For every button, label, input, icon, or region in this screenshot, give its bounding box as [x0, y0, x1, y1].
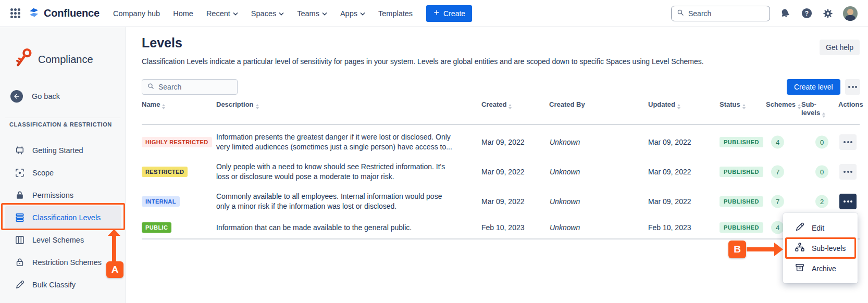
topbar-nav-spaces[interactable]: Spaces [251, 9, 284, 18]
schemes-count: 4 [771, 221, 784, 234]
column-label: Name [142, 100, 160, 108]
status-badge: PUBLISHED [720, 137, 763, 147]
menu-item-archive[interactable]: Archive [783, 258, 858, 279]
level-name-badge: INTERNAL [142, 196, 180, 207]
annotation-b-arrowhead [774, 243, 783, 256]
column-header-status[interactable]: Status [720, 100, 746, 109]
sidebar-item-label: Bulk Classify [32, 281, 76, 289]
updated-date: Mar 09, 2022 [648, 138, 691, 146]
key-icon [14, 47, 33, 72]
column-header-sub-levels[interactable]: Sub-levels [801, 100, 826, 118]
column-header-name[interactable]: Name [142, 100, 165, 109]
sub-levels-count: 0 [815, 136, 828, 149]
column-label: Sub-levels [801, 100, 820, 117]
board-icon [14, 145, 26, 156]
column-label: Updated [648, 100, 675, 108]
sort-icon [509, 104, 512, 109]
settings-gear-icon[interactable] [822, 7, 834, 20]
compliance-app-logo: Compliance [14, 47, 93, 72]
confluence-logo[interactable]: Confluence [28, 6, 100, 21]
level-name-badge: RESTRICTED [142, 167, 188, 177]
column-header-updated[interactable]: Updated [648, 100, 680, 109]
row-actions-button[interactable] [839, 134, 857, 150]
column-header-created-by: Created By [549, 100, 585, 108]
topbar-search[interactable] [671, 6, 770, 21]
sort-icon [742, 104, 746, 109]
user-avatar[interactable] [843, 6, 858, 21]
create-button[interactable]: Create [426, 5, 472, 22]
topbar-nav-templates[interactable]: Templates [378, 9, 413, 18]
row-actions-button[interactable] [839, 164, 857, 180]
help-icon[interactable]: ? [800, 7, 813, 20]
updated-date: Feb 10, 2023 [648, 223, 691, 232]
topbar-nav-home[interactable]: Home [173, 9, 193, 18]
arrow-left-icon [10, 90, 23, 103]
column-header-schemes[interactable]: Schemes [766, 100, 801, 109]
nav-label: Company hub [113, 9, 160, 18]
page-title: Levels [142, 35, 182, 51]
annotation-a-badge: A [106, 261, 123, 278]
search-icon [676, 8, 685, 19]
column-label: Schemes [766, 100, 796, 108]
product-name: Confluence [44, 7, 100, 19]
column-header-actions: Actions [838, 100, 863, 108]
annotation-b-highlight [785, 237, 856, 259]
schemes-count: 7 [771, 195, 784, 208]
sidebar-item-label: Scope [32, 169, 54, 177]
search-input[interactable] [688, 9, 765, 18]
created-by: Unknown [550, 138, 580, 146]
column-header-description[interactable]: Description [216, 100, 259, 109]
archive-icon [795, 262, 805, 274]
sort-icon [822, 112, 825, 118]
create-level-button[interactable]: Create level [787, 79, 840, 95]
menu-item-edit[interactable]: Edit [783, 218, 858, 238]
level-description: Commonly available to all employees. Int… [216, 192, 455, 211]
annotation-b-arrow [747, 247, 775, 251]
sort-icon [162, 104, 165, 109]
schemes-count: 7 [771, 166, 784, 179]
app-name: Compliance [38, 54, 93, 66]
updated-date: Mar 09, 2022 [648, 168, 691, 176]
created-by: Unknown [550, 223, 580, 232]
topbar: Confluence Company hubHomeRecentSpacesTe… [0, 0, 868, 27]
created-date: Mar 09, 2022 [481, 138, 525, 146]
sidebar-item-label: Permissions [32, 191, 73, 199]
column-header-created[interactable]: Created [481, 100, 512, 109]
go-back-button[interactable]: Go back [10, 90, 60, 103]
pencil-icon [14, 279, 26, 291]
nav-label: Home [173, 9, 193, 18]
sidebar-item-scope[interactable]: Scope [0, 161, 126, 184]
row-actions-button[interactable] [839, 194, 857, 209]
notifications-bell-icon[interactable] [779, 7, 791, 20]
topbar-right: ? [671, 6, 858, 21]
status-badge: PUBLISHED [720, 167, 763, 177]
topbar-nav-apps[interactable]: Apps [340, 9, 365, 18]
column-label: Actions [838, 100, 863, 108]
sidebar-item-level-schemes[interactable]: Level Schemes [0, 229, 126, 251]
sidebar-section-title: CLASSIFICATION & RESTRICTION [9, 121, 112, 128]
nav-label: Teams [297, 9, 319, 18]
levels-search-input[interactable] [158, 83, 232, 91]
padlock-icon [14, 257, 26, 268]
created-by: Unknown [550, 197, 580, 206]
more-actions-button[interactable] [845, 79, 860, 95]
app-switcher-icon[interactable] [10, 8, 20, 18]
topbar-nav-teams[interactable]: Teams [297, 9, 327, 18]
confluence-logo-mark-icon [28, 6, 40, 21]
get-help-button[interactable]: Get help [820, 40, 860, 55]
column-label: Created [481, 100, 506, 108]
topbar-nav: Company hubHomeRecentSpacesTeamsAppsTemp… [113, 9, 413, 18]
level-name-badge: PUBLIC [142, 222, 171, 233]
sub-levels-count: 0 [815, 166, 828, 179]
topbar-nav-recent[interactable]: Recent [206, 9, 238, 18]
lock-icon [14, 190, 26, 201]
topbar-nav-company-hub[interactable]: Company hub [113, 9, 160, 18]
scope-icon [14, 167, 26, 179]
level-description: Only people with a need to know should s… [216, 162, 455, 182]
column-label: Description [216, 100, 254, 108]
sidebar-item-getting-started[interactable]: Getting Started [0, 139, 126, 161]
sidebar-item-label: Getting Started [32, 146, 83, 155]
plus-icon [433, 9, 440, 18]
levels-search[interactable] [142, 79, 238, 95]
sort-icon [798, 104, 801, 109]
